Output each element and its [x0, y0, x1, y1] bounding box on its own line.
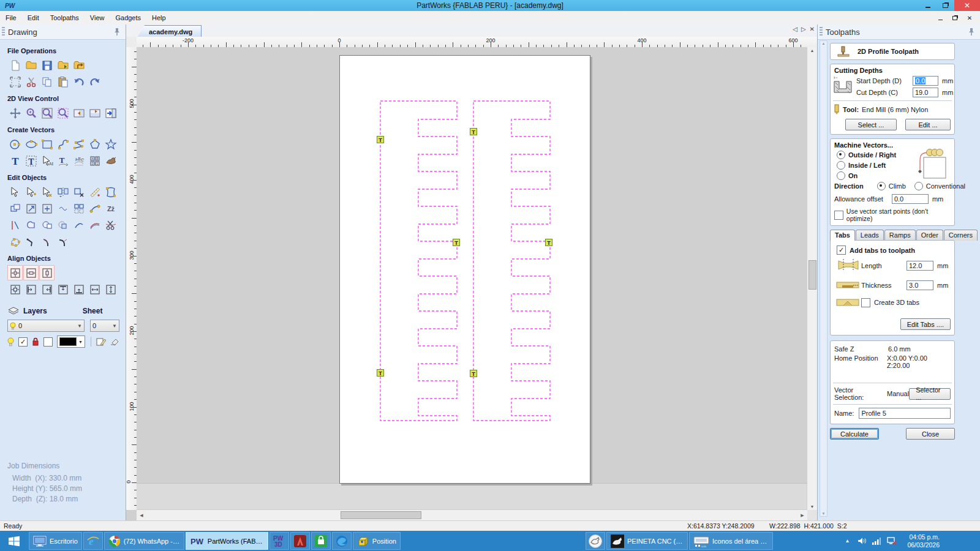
- signal-bars-icon[interactable]: [872, 536, 881, 546]
- clock[interactable]: 04:05 p.m. 06/03/2026: [907, 533, 940, 549]
- align-right-icon[interactable]: [39, 282, 55, 297]
- tab-marker[interactable]: T: [470, 129, 477, 135]
- cut-vector-icon[interactable]: [103, 217, 118, 233]
- array-copy-icon[interactable]: [71, 201, 86, 216]
- taskbar-item-escritorio[interactable]: Escritorio: [29, 532, 82, 550]
- draw-text-icon[interactable]: T: [7, 153, 23, 168]
- scroll-up-icon[interactable]: ▲: [822, 42, 826, 45]
- redo-icon[interactable]: [87, 74, 102, 89]
- trim-open-vectors-icon[interactable]: [71, 217, 86, 233]
- delete-duplicates-icon[interactable]: [71, 184, 86, 200]
- draw-circle-icon[interactable]: [7, 137, 23, 152]
- edit-nodes-icon[interactable]: [7, 234, 23, 249]
- undo-icon[interactable]: [71, 74, 86, 89]
- layer-lock-checkbox[interactable]: [43, 337, 53, 347]
- taskbar-item-internet-explorer[interactable]: e: [83, 532, 103, 550]
- layer-visibility-bulb-icon[interactable]: [7, 337, 14, 347]
- taskbar-item-position[interactable]: Position: [353, 532, 401, 550]
- taskbar-item-peineta-cnc[interactable]: PEINETA CNC (1) ...: [606, 532, 688, 550]
- tab-length-input[interactable]: 12.0: [907, 261, 933, 271]
- tab-ramps[interactable]: Ramps: [884, 230, 916, 241]
- center-in-material-icon[interactable]: [7, 282, 23, 297]
- draw-ellipse-icon[interactable]: [23, 137, 39, 152]
- panel-grip[interactable]: [2, 27, 5, 37]
- tab-leads[interactable]: Leads: [856, 230, 884, 241]
- taskbar-item-partworks[interactable]: PWPartWorks (FABL...: [186, 532, 268, 550]
- bend-arc-icon[interactable]: [39, 234, 55, 249]
- draw-rectangle-icon[interactable]: [39, 137, 55, 152]
- fit-text-to-curve-icon[interactable]: T: [55, 153, 70, 168]
- radio-on[interactable]: [837, 171, 845, 180]
- panel-grip[interactable]: [820, 27, 823, 37]
- taskbar-item-partworks-3d[interactable]: PW3D: [270, 532, 289, 550]
- radio-inside-left[interactable]: [837, 161, 845, 170]
- menu-toolpaths[interactable]: Toolpaths: [45, 11, 85, 24]
- toggle-object-snap-icon[interactable]: [71, 105, 86, 121]
- taskbar-item-app-store[interactable]: [311, 532, 331, 550]
- nesting-icon[interactable]: Zż: [103, 201, 118, 216]
- distort-tool-icon[interactable]: [103, 184, 118, 200]
- scroll-up-icon[interactable]: ▲: [807, 48, 817, 53]
- menu-edit[interactable]: Edit: [22, 11, 45, 24]
- cut-icon[interactable]: [23, 74, 39, 89]
- bend-smooth-icon[interactable]: [55, 234, 70, 249]
- network-error-icon[interactable]: ✕: [886, 536, 896, 546]
- draw-text-box-icon[interactable]: T: [23, 153, 39, 168]
- radio-climb[interactable]: [877, 182, 886, 190]
- tab-tabs[interactable]: Tabs: [830, 230, 855, 241]
- tab-close-icon[interactable]: ✕: [810, 26, 815, 32]
- create-3d-tabs-checkbox[interactable]: [861, 298, 870, 307]
- scroll-right-icon[interactable]: ▶: [799, 513, 806, 518]
- taskbar-item-iconos-area[interactable]: 0.00Iconos del área de...: [689, 532, 773, 550]
- menu-gadgets[interactable]: Gadgets: [110, 11, 146, 24]
- align-center-h-icon[interactable]: [23, 265, 39, 280]
- mdi-minimize-button[interactable]: [936, 13, 944, 22]
- zoom-box-icon[interactable]: [39, 105, 55, 121]
- tool-edit-button[interactable]: Edit ...: [905, 119, 951, 130]
- trace-bitmap-icon[interactable]: [103, 153, 118, 168]
- start-button[interactable]: [0, 531, 28, 551]
- bend-corner-icon[interactable]: [23, 234, 39, 249]
- zoom-interactive-icon[interactable]: [23, 105, 39, 121]
- interpolate-shapes-icon[interactable]: [55, 201, 70, 216]
- toggle-guides-icon[interactable]: [87, 105, 102, 121]
- align-bottom-icon[interactable]: [71, 282, 86, 297]
- menu-help[interactable]: Help: [146, 11, 172, 24]
- subtract-shapes-icon[interactable]: [39, 217, 55, 233]
- tool-select-button[interactable]: Select ...: [845, 119, 897, 130]
- menu-view[interactable]: View: [85, 11, 110, 24]
- open-file-icon[interactable]: [23, 58, 39, 73]
- horizontal-scrollbar[interactable]: ◀ ▶: [137, 509, 807, 520]
- mdi-restore-button[interactable]: [951, 13, 959, 22]
- vertical-scrollbar[interactable]: ▲ ▼: [807, 47, 817, 510]
- selected-vector-comb[interactable]: [380, 101, 457, 421]
- fit-curve-icon[interactable]: [87, 217, 102, 233]
- horizontal-scroll-thumb[interactable]: [341, 511, 421, 519]
- align-center-v-icon[interactable]: [39, 265, 55, 280]
- weld-shapes-icon[interactable]: [23, 217, 39, 233]
- draw-curve-icon[interactable]: [55, 137, 70, 152]
- edit-tabs-button[interactable]: Edit Tabs ....: [900, 318, 951, 330]
- start-depth-input[interactable]: 0.0: [913, 76, 938, 86]
- mdi-close-button[interactable]: ✕: [965, 13, 974, 22]
- import-vectors-icon[interactable]: [55, 58, 70, 73]
- tab-marker[interactable]: T: [377, 137, 384, 143]
- toolpaths-scrollbar[interactable]: ▲▼: [820, 40, 827, 517]
- align-top-icon[interactable]: [55, 282, 70, 297]
- tab-marker[interactable]: T: [470, 370, 477, 377]
- layer-lock-icon[interactable]: [32, 337, 39, 346]
- tab-thickness-input[interactable]: 3.0: [907, 280, 933, 290]
- copy-icon[interactable]: [39, 74, 55, 89]
- tab-marker[interactable]: T: [453, 239, 460, 246]
- drawing-canvas[interactable]: TTTTTT: [137, 47, 807, 510]
- tray-expand-icon[interactable]: ▲: [842, 536, 852, 546]
- taskbar-item-whatsapp-chrome[interactable]: (72) WhatsApp - ...: [104, 532, 184, 550]
- close-panel-button[interactable]: Close: [906, 428, 955, 440]
- document-tab[interactable]: academy.dwg: [137, 25, 202, 37]
- move-selection-icon[interactable]: [23, 184, 39, 200]
- layer-visible-checkbox[interactable]: ✓: [18, 337, 28, 347]
- tab-marker[interactable]: T: [546, 239, 552, 246]
- tab-prev-icon[interactable]: ◁: [793, 26, 797, 32]
- selector-button[interactable]: Selector ...: [909, 388, 951, 400]
- scroll-down-icon[interactable]: ▼: [807, 504, 817, 509]
